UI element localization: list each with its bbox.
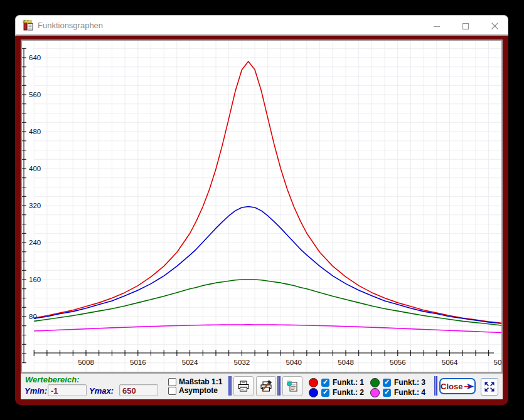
- window-title: Funktionsgraphen: [38, 21, 103, 30]
- printer-icon: [237, 381, 250, 392]
- separator: [277, 376, 281, 396]
- svg-text:5024: 5024: [182, 359, 198, 366]
- separator: [228, 376, 232, 396]
- close-icon[interactable]: [485, 19, 504, 33]
- svg-text:560: 560: [29, 91, 41, 98]
- massstab-checkbox-label: Maßstab 1:1: [179, 377, 222, 386]
- svg-text:480: 480: [29, 128, 41, 135]
- function-2-legend: Funkt.: 2: [309, 387, 364, 397]
- ymax-label: Ymax:: [89, 386, 114, 396]
- svg-text:240: 240: [29, 239, 41, 246]
- function-2-checkbox[interactable]: [321, 389, 329, 397]
- svg-text:640: 640: [29, 54, 41, 61]
- minimize-icon[interactable]: [427, 19, 446, 33]
- svg-text:5032: 5032: [234, 359, 250, 366]
- close-button[interactable]: Close: [439, 378, 476, 394]
- close-button-label: Close: [441, 382, 463, 391]
- expand-arrows-icon: [484, 381, 495, 392]
- asymptote-checkbox[interactable]: [168, 387, 176, 395]
- fullscreen-button[interactable]: [481, 378, 498, 396]
- svg-text:5056: 5056: [390, 359, 406, 366]
- function-4-checkbox[interactable]: [383, 389, 391, 397]
- function-plot-app-icon: [23, 20, 34, 31]
- titlebar[interactable]: Funktionsgraphen: [15, 15, 508, 36]
- svg-text:5048: 5048: [338, 359, 354, 366]
- function-1-legend: Funkt.: 1: [309, 377, 364, 387]
- function-4-label: Funkt.: 4: [394, 388, 425, 397]
- svg-text:5008: 5008: [78, 359, 94, 366]
- function-1-label: Funkt.: 1: [333, 378, 364, 387]
- ymin-field[interactable]: [48, 384, 87, 396]
- report-button[interactable]: [282, 376, 302, 396]
- function-4-legend: Funkt.: 4: [370, 387, 425, 397]
- function-3-color-dot: [370, 378, 380, 387]
- svg-text:400: 400: [29, 165, 41, 172]
- svg-text:5016: 5016: [130, 359, 146, 366]
- svg-text:80: 80: [29, 313, 37, 320]
- function-2-label: Funkt.: 2: [333, 388, 364, 397]
- svg-text:5064: 5064: [442, 359, 458, 366]
- wertebereich-label: Wertebereich:: [25, 375, 79, 384]
- screenshot-root: Funktionsgraphen 80160240320400480560640…: [0, 0, 524, 420]
- massstab-checkbox[interactable]: [168, 378, 176, 386]
- separator: [434, 376, 437, 396]
- ymin-label: Ymin:: [24, 386, 47, 396]
- ymax-field[interactable]: [119, 384, 158, 396]
- svg-text:320: 320: [29, 202, 41, 209]
- function-3-checkbox[interactable]: [383, 379, 391, 387]
- function-1-color-dot: [309, 378, 318, 387]
- plot-area: 8016024032040048056064050085016502450325…: [21, 39, 503, 373]
- function-2-color-dot: [309, 388, 318, 397]
- function-3-legend: Funkt.: 3: [370, 377, 425, 387]
- close-arrow-icon: [464, 382, 474, 391]
- printer-setup-icon: [260, 381, 272, 392]
- function-4-color-dot: [370, 388, 380, 397]
- print-button[interactable]: [233, 376, 254, 396]
- control-panel: Wertebereich: Ymin: Ymax: Maßstab 1:1 As…: [21, 373, 503, 399]
- maximize-icon[interactable]: [456, 19, 475, 33]
- svg-text:160: 160: [29, 276, 41, 283]
- svg-text:5072: 5072: [494, 359, 501, 366]
- function-1-checkbox[interactable]: [321, 379, 329, 387]
- function-3-label: Funkt.: 3: [394, 378, 425, 387]
- asymptote-checkbox-label: Asymptote: [179, 386, 218, 395]
- plot-svg: 8016024032040048056064050085016502450325…: [22, 41, 501, 372]
- print-setup-button[interactable]: [256, 376, 276, 396]
- svg-text:5040: 5040: [286, 359, 302, 366]
- report-page-icon: [286, 381, 299, 392]
